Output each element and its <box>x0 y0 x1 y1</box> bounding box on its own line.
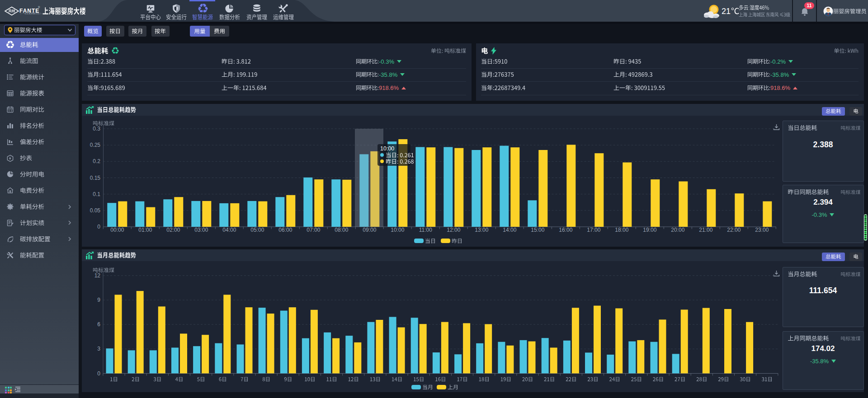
svg-text:0: 0 <box>97 224 100 230</box>
svg-text:20:00: 20:00 <box>671 227 684 233</box>
svg-text:3: 3 <box>97 346 100 352</box>
svg-text:0.1: 0.1 <box>93 191 100 197</box>
svg-text:00:00: 00:00 <box>110 227 124 233</box>
svg-text:0: 0 <box>97 370 100 377</box>
svg-text:15:00: 15:00 <box>531 227 544 233</box>
svg-text:17:00: 17:00 <box>587 227 600 233</box>
svg-text:0.2: 0.2 <box>93 158 100 164</box>
svg-text:13:00: 13:00 <box>475 227 488 233</box>
svg-text:11:00: 11:00 <box>419 227 432 233</box>
svg-text:19:00: 19:00 <box>643 227 656 233</box>
svg-text:16:00: 16:00 <box>559 227 572 233</box>
svg-text:07:00: 07:00 <box>307 227 320 233</box>
svg-text:0.05: 0.05 <box>90 207 101 214</box>
svg-text:21:00: 21:00 <box>699 227 712 233</box>
svg-text:18:00: 18:00 <box>615 227 628 233</box>
svg-text:12: 12 <box>94 272 101 279</box>
svg-text:0.25: 0.25 <box>90 142 101 148</box>
svg-text:04:00: 04:00 <box>222 227 236 233</box>
svg-text:09:00: 09:00 <box>363 227 376 233</box>
svg-text:9: 9 <box>97 297 100 303</box>
svg-text:05:00: 05:00 <box>250 227 264 233</box>
svg-text:10:00: 10:00 <box>391 227 404 233</box>
svg-text:01:00: 01:00 <box>138 227 152 233</box>
svg-text:12:00: 12:00 <box>447 227 460 233</box>
svg-text:14:00: 14:00 <box>503 227 516 233</box>
svg-text:02:00: 02:00 <box>166 227 180 233</box>
svg-text:03:00: 03:00 <box>194 227 208 233</box>
svg-text:0.15: 0.15 <box>90 175 101 181</box>
svg-text:22:00: 22:00 <box>727 227 741 233</box>
svg-text:06:00: 06:00 <box>278 227 292 233</box>
svg-text:08:00: 08:00 <box>335 227 348 233</box>
svg-text:23:00: 23:00 <box>755 227 769 233</box>
svg-text:0.3: 0.3 <box>93 126 100 132</box>
svg-text:6: 6 <box>97 321 100 328</box>
